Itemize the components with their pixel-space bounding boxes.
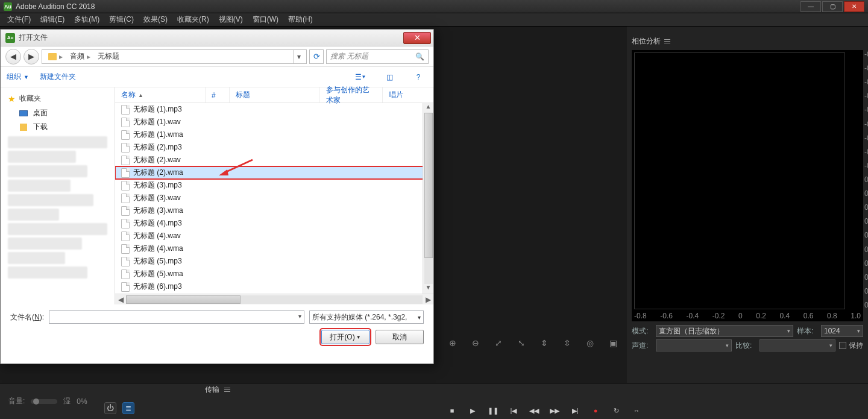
menu-effects[interactable]: 效果(S) — [139, 13, 172, 26]
play-button[interactable]: ▶ — [467, 405, 479, 417]
scroll-down-icon[interactable]: ▼ — [426, 284, 432, 294]
scroll-thumb[interactable] — [126, 295, 241, 304]
skip-end-button[interactable]: ▶| — [569, 405, 581, 417]
sample-select[interactable]: 1024 ▾ — [821, 325, 863, 337]
mode-value: 直方图（日志缩放） — [659, 326, 724, 336]
nav-forward-button[interactable]: ▶ — [24, 49, 39, 65]
file-icon — [121, 244, 130, 254]
breadcrumb-seg-2[interactable]: 无标题 — [94, 51, 123, 61]
refresh-button[interactable]: ⟳ — [309, 49, 324, 64]
filename-input[interactable]: ▾ — [49, 310, 304, 324]
scroll-thumb[interactable] — [424, 113, 433, 258]
file-row[interactable]: 无标题 (3).wma — [115, 204, 433, 217]
record-button[interactable]: ● — [590, 405, 602, 417]
menu-help[interactable]: 帮助(H) — [283, 13, 318, 26]
file-list[interactable]: 无标题 (1).mp3无标题 (1).wav无标题 (1).wma无标题 (2)… — [115, 103, 433, 294]
organize-menu[interactable]: 组织 ▼ — [7, 72, 29, 82]
maximize-button[interactable]: ▢ — [822, 1, 843, 12]
zoom-in-vertical-icon[interactable]: ⇕ — [538, 336, 551, 350]
scroll-up-icon[interactable]: ▲ — [426, 103, 432, 113]
zoom-out-icon[interactable]: ⊖ — [469, 336, 482, 350]
file-row[interactable]: 无标题 (4).mp3 — [115, 217, 433, 230]
compare-select[interactable]: ▾ — [760, 339, 835, 351]
close-button[interactable]: ✕ — [844, 1, 864, 12]
zoom-selection-icon[interactable]: ⤡ — [515, 336, 528, 350]
menu-window[interactable]: 窗口(W) — [248, 13, 283, 26]
vertical-scrollbar[interactable]: ▲ ▼ — [423, 103, 433, 294]
file-row[interactable]: 无标题 (1).wav — [115, 116, 433, 128]
skip-start-button[interactable]: |◀ — [508, 405, 520, 417]
view-mode-button[interactable]: ☰ ▼ — [351, 71, 370, 84]
chevron-down-icon[interactable]: ▾ — [298, 313, 301, 320]
menu-favorites[interactable]: 收藏夹(R) — [172, 13, 214, 26]
skip-selection-button[interactable]: ↔ — [631, 405, 643, 417]
panel-menu-icon[interactable] — [224, 388, 230, 392]
breadcrumb-dropdown[interactable]: ▾ — [293, 50, 304, 63]
menu-edit[interactable]: 编辑(E) — [36, 13, 69, 26]
new-folder-button[interactable]: 新建文件夹 — [40, 72, 76, 82]
col-name[interactable]: 名称 ▲ — [115, 87, 206, 102]
file-icon — [121, 219, 130, 228]
sidebar-item-desktop[interactable]: 桌面 — [1, 106, 115, 120]
search-input[interactable]: 搜索 无标题 🔍 — [326, 49, 429, 64]
sidebar-item-downloads[interactable]: 下载 — [1, 120, 115, 134]
file-row[interactable]: 无标题 (1).wma — [115, 128, 433, 141]
breadcrumb-root[interactable]: ▸ — [45, 52, 66, 61]
col-album[interactable]: 唱片 — [383, 87, 433, 102]
volume-label: 音量: — [8, 396, 25, 406]
file-row[interactable]: 无标题 (2).wav — [115, 154, 433, 166]
file-row[interactable]: 无标题 (6).mp3 — [115, 280, 433, 293]
open-button[interactable]: 打开(O)▼ — [321, 330, 370, 344]
menu-multitrack[interactable]: 多轨(M) — [69, 13, 104, 26]
horizontal-scrollbar[interactable]: ◀ ▶ — [115, 294, 433, 304]
scroll-right-icon[interactable]: ▶ — [423, 295, 433, 304]
pause-button[interactable]: ❚❚ — [487, 405, 499, 417]
menu-view[interactable]: 视图(V) — [214, 13, 248, 26]
hold-checkbox[interactable]: 保持 — [839, 341, 863, 351]
file-row[interactable]: 无标题 (3).mp3 — [115, 179, 433, 192]
loop-button[interactable]: ↻ — [610, 405, 622, 417]
cancel-button[interactable]: 取消 — [376, 330, 424, 344]
zoom-reset-icon[interactable]: ◎ — [583, 336, 597, 350]
file-row[interactable]: 无标题 (2).wma — [115, 166, 433, 179]
sidebar-favorites-header[interactable]: ★ 收藏夹 — [1, 91, 115, 106]
zoom-fit-icon[interactable]: ⤢ — [492, 336, 505, 350]
col-artist[interactable]: 参与创作的艺术家 — [320, 87, 383, 102]
file-row[interactable]: 无标题 (1).mp3 — [115, 103, 433, 116]
help-button[interactable]: ? — [409, 71, 427, 84]
stop-button[interactable]: ■ — [446, 405, 458, 417]
file-row[interactable]: 无标题 (5).wma — [115, 268, 433, 280]
file-row[interactable]: 无标题 (6).wma — [115, 293, 433, 294]
power-button[interactable]: ⏻ — [104, 402, 116, 414]
menu-clip[interactable]: 剪辑(C) — [104, 13, 139, 26]
sidebar-blur — [8, 238, 82, 250]
preset-button[interactable]: ≣ — [122, 402, 134, 414]
forward-button[interactable]: ▶▶ — [549, 405, 561, 417]
file-row[interactable]: 无标题 (5).mp3 — [115, 255, 433, 268]
rewind-button[interactable]: ◀◀ — [528, 405, 540, 417]
col-title[interactable]: 标题 — [230, 87, 320, 102]
breadcrumb-seg-1[interactable]: 音频 ▸ — [66, 51, 94, 61]
filetype-select[interactable]: 所有支持的媒体 (*.264, *.3g2, ▾ — [309, 310, 424, 324]
minimize-button[interactable]: — — [800, 1, 821, 12]
nav-back-button[interactable]: ◀ — [5, 49, 21, 65]
file-row[interactable]: 无标题 (4).wav — [115, 230, 433, 242]
zoom-in-icon[interactable]: ⊕ — [446, 336, 459, 350]
preview-pane-button[interactable]: ◫ — [380, 71, 398, 84]
file-name: 无标题 (5).mp3 — [133, 256, 182, 266]
dialog-close-button[interactable]: ✕ — [403, 32, 431, 44]
volume-slider[interactable] — [31, 399, 57, 404]
file-row[interactable]: 无标题 (4).wma — [115, 242, 433, 255]
zoom-out-vertical-icon[interactable]: ⇳ — [561, 336, 574, 350]
scroll-left-icon[interactable]: ◀ — [115, 295, 126, 304]
file-row[interactable]: 无标题 (2).mp3 — [115, 141, 433, 154]
file-icon — [121, 130, 130, 140]
menu-file[interactable]: 文件(F) — [2, 13, 36, 26]
panel-menu-icon[interactable] — [664, 39, 670, 43]
breadcrumb[interactable]: ▸ 音频 ▸ 无标题 ▾ — [42, 49, 307, 64]
channel-select[interactable]: ▾ — [656, 339, 732, 351]
file-row[interactable]: 无标题 (3).wav — [115, 192, 433, 204]
zoom-full-icon[interactable]: ▣ — [606, 336, 620, 350]
mode-select[interactable]: 直方图（日志缩放） ▾ — [656, 325, 793, 337]
col-number[interactable]: # — [206, 87, 230, 102]
